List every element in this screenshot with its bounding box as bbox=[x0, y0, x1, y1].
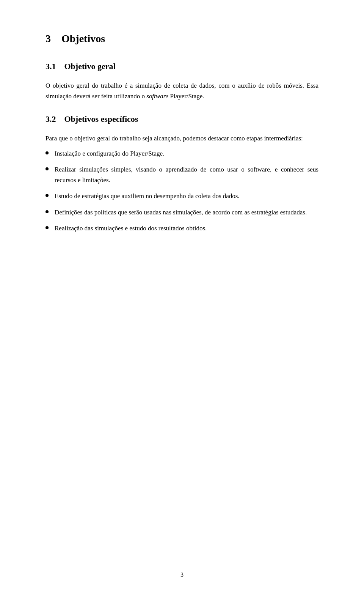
section-31-paragraph: O objetivo geral do trabalho é a simulaç… bbox=[46, 80, 318, 102]
list-item: Estudo de estratégias que auxiliem no de… bbox=[46, 191, 318, 201]
section-title-31: 3.1 Objetivo geral bbox=[46, 60, 318, 73]
list-item: Realização das simulações e estudo dos r… bbox=[46, 223, 318, 234]
list-item-text: Realização das simulações e estudo dos r… bbox=[55, 223, 318, 234]
chapter-title-text: Objetivos bbox=[61, 33, 105, 44]
section-32-intro: Para que o objetivo geral do trabalho se… bbox=[46, 133, 318, 144]
page-number: 3 bbox=[180, 570, 184, 580]
bullet-icon bbox=[46, 226, 49, 229]
bullet-icon bbox=[46, 194, 49, 197]
list-item-text: Estudo de estratégias que auxiliem no de… bbox=[55, 191, 318, 201]
chapter-title: 3 Objetivos bbox=[46, 30, 318, 47]
page: 3 Objetivos 3.1 Objetivo geral O objetiv… bbox=[0, 0, 364, 595]
section-title-32: 3.2 Objetivos específicos bbox=[46, 112, 318, 126]
list-item: Instalação e configuração do Player/Stag… bbox=[46, 148, 318, 159]
section-number-32: 3.2 bbox=[46, 114, 56, 124]
bullet-icon bbox=[46, 167, 49, 170]
list-item: Realizar simulações simples, visando o a… bbox=[46, 164, 318, 186]
bullet-icon bbox=[46, 151, 49, 154]
section-label-32: Objetivos específicos bbox=[64, 114, 138, 124]
list-item-text: Realizar simulações simples, visando o a… bbox=[55, 164, 318, 186]
list-item: Definições das políticas que serão usada… bbox=[46, 207, 318, 218]
list-item-text: Instalação e configuração do Player/Stag… bbox=[55, 148, 318, 159]
section-number-31: 3.1 bbox=[46, 61, 56, 71]
list-item-text: Definições das políticas que serão usada… bbox=[55, 207, 318, 218]
section-31-text-after: Player/Stage. bbox=[168, 93, 204, 100]
software-italic: software bbox=[146, 93, 168, 100]
bullet-list: Instalação e configuração do Player/Stag… bbox=[46, 148, 318, 233]
bullet-icon bbox=[46, 210, 49, 213]
chapter-number: 3 bbox=[46, 33, 51, 44]
section-label-31: Objetivo geral bbox=[64, 61, 116, 71]
